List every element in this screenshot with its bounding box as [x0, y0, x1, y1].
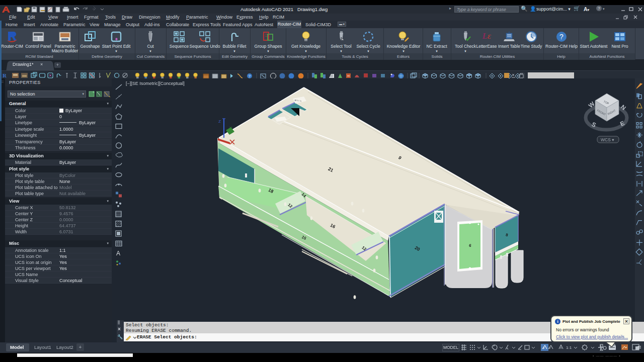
- svg-text:R: R: [3, 72, 7, 78]
- svg-text:[−][SE Isometric][Conceptual]: [−][SE Isometric][Conceptual]: [126, 81, 185, 86]
- svg-text:1:1: 1:1: [566, 345, 572, 350]
- svg-text:?: ?: [249, 74, 251, 78]
- svg-text:?: ?: [559, 33, 564, 41]
- svg-text:Z: Z: [218, 119, 221, 124]
- svg-text:WCS ▾: WCS ▾: [601, 137, 614, 142]
- svg-text:Y: Y: [229, 126, 232, 130]
- svg-text:A: A: [116, 250, 120, 257]
